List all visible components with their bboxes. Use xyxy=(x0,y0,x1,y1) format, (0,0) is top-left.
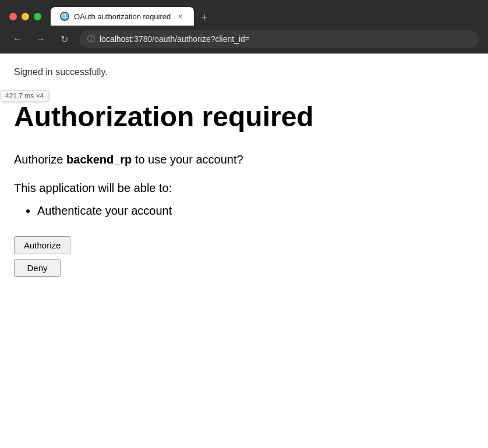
tab-title: OAuth authorization required xyxy=(74,12,171,21)
address-info-icon: ⓘ xyxy=(87,34,95,44)
action-buttons: Authorize Deny xyxy=(14,236,474,277)
auth-question-prefix: Authorize xyxy=(14,153,66,166)
permissions-list: Authenticate your account xyxy=(14,204,474,218)
permissions-intro: This application will be able to: xyxy=(14,182,474,195)
tab-close-button[interactable]: ✕ xyxy=(175,12,185,21)
tab-bar: 🌐 OAuth authorization required ✕ + xyxy=(51,7,479,26)
auth-app-name: backend_rp xyxy=(66,153,132,166)
address-bar[interactable]: ⓘ localhostlocalhost:3780/oauth/authoriz… xyxy=(79,30,479,48)
signed-in-notice: Signed in successfully. xyxy=(14,63,474,79)
deny-button[interactable]: Deny xyxy=(14,259,61,277)
window-controls xyxy=(9,13,41,20)
nav-bar: ← → ↻ ⓘ localhostlocalhost:3780/oauth/au… xyxy=(0,26,488,54)
new-tab-button[interactable]: + xyxy=(196,9,213,26)
browser-chrome: 🌐 OAuth authorization required ✕ + ← → ↻… xyxy=(0,0,488,54)
list-item: Authenticate your account xyxy=(37,204,474,218)
authorize-button[interactable]: Authorize xyxy=(14,236,70,254)
forward-button[interactable]: → xyxy=(33,31,49,47)
window-maximize-button[interactable] xyxy=(34,13,41,20)
auth-heading: Authorization required xyxy=(14,102,474,133)
page-content: Signed in successfully. xyxy=(0,54,488,93)
active-tab[interactable]: 🌐 OAuth authorization required ✕ xyxy=(51,7,194,26)
tab-favicon-icon: 🌐 xyxy=(60,12,69,21)
back-button[interactable]: ← xyxy=(9,31,26,47)
performance-tooltip: 421.7 ms ×4 xyxy=(0,90,49,102)
reload-button[interactable]: ↻ xyxy=(56,31,72,47)
window-minimize-button[interactable] xyxy=(22,13,29,20)
title-bar: 🌐 OAuth authorization required ✕ + xyxy=(0,0,488,26)
window-close-button[interactable] xyxy=(9,13,17,20)
page-main: Authorization required Authorize backend… xyxy=(0,102,488,291)
auth-question: Authorize backend_rp to use your account… xyxy=(14,151,474,168)
auth-question-suffix: to use your account? xyxy=(132,153,243,166)
address-text: localhostlocalhost:3780/oauth/authorize?… xyxy=(100,34,250,44)
